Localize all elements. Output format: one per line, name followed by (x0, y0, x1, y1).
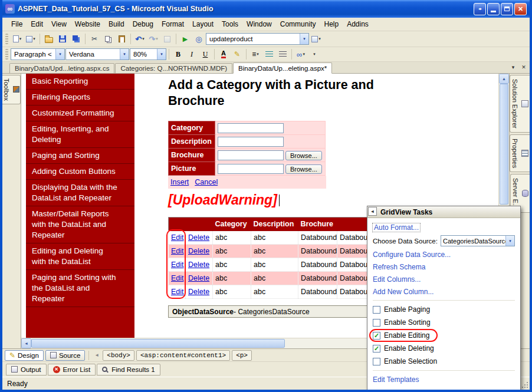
nav-paging-sorting[interactable]: Paging and Sorting (26, 148, 134, 164)
menu-tools[interactable]: Tools (218, 18, 242, 31)
edit-link[interactable]: Edit (171, 247, 184, 255)
paste-button[interactable] (115, 32, 128, 45)
delete-link[interactable]: Delete (188, 261, 209, 269)
vertical-scroll-thumb[interactable] (500, 84, 508, 205)
enable-deleting-checkbox[interactable]: ✓ (373, 345, 380, 353)
nav-datalist-repeater[interactable]: Displaying Data with the DataList and Re… (26, 180, 134, 206)
nav-filtering-reports[interactable]: Filtering Reports (26, 90, 134, 106)
edit-templates-link[interactable]: Edit Templates (373, 375, 419, 384)
menu-format[interactable]: Format (157, 18, 188, 31)
font-name-combo[interactable]: Verdana▾ (65, 48, 129, 60)
nav-customized-formatting[interactable]: Customized Formatting (26, 106, 134, 121)
toolbar-options-button[interactable]: ▾ (308, 48, 321, 61)
new-website-button[interactable]: ▾ (11, 32, 24, 45)
enable-sorting-checkbox[interactable] (373, 319, 380, 327)
menu-community[interactable]: Community (276, 18, 320, 31)
menu-help[interactable]: Help (320, 18, 343, 31)
nav-paging-datalist[interactable]: Paging and Sorting with the DataList and… (26, 270, 134, 307)
auto-format-link[interactable]: Auto Format... (373, 223, 420, 232)
italic-button[interactable]: I (185, 48, 198, 61)
horizontal-scroll-thumb[interactable] (31, 339, 285, 348)
menu-window[interactable]: Window (242, 18, 276, 31)
font-size-combo[interactable]: 80%▾ (130, 48, 166, 60)
edit-link[interactable]: Edit (171, 233, 184, 242)
undo-button[interactable]: ↶▾ (133, 32, 146, 45)
scroll-up-button[interactable]: ▲ (499, 74, 509, 84)
nav-master-detail[interactable]: Master/Detail Reports with the DataList … (26, 206, 134, 243)
align-button[interactable]: ≡▾ (249, 48, 262, 61)
menu-addins[interactable]: Addins (343, 18, 373, 31)
find-results-tab[interactable]: Find Results 1 (97, 364, 160, 375)
tag-body-button[interactable]: <body> (103, 350, 134, 361)
enable-selection-checkbox[interactable] (373, 358, 380, 365)
find-in-files-button[interactable]: ▾ (310, 32, 323, 45)
start-debug-button[interactable]: ▶ (179, 32, 192, 45)
nav-basic-reporting[interactable]: Basic Reporting (26, 74, 134, 90)
toolbar-grip[interactable] (5, 49, 8, 60)
minimize-button[interactable] (487, 3, 500, 15)
find-combo[interactable]: updateproduct▾ (206, 33, 309, 45)
toolbar-grip[interactable] (5, 34, 8, 44)
category-input[interactable] (218, 123, 284, 133)
configure-data-source-link[interactable]: Configure Data Source... (373, 251, 451, 259)
picture-browse-button[interactable]: Browse... (285, 164, 322, 174)
save-all-button[interactable] (70, 32, 83, 45)
enable-editing-checkbox[interactable]: ✓ (373, 332, 380, 340)
data-source-combo[interactable]: CategoriesDataSource ▾ (441, 235, 515, 246)
navigate-button[interactable] (160, 32, 173, 45)
open-file-button[interactable] (42, 32, 55, 45)
tab-binarydata-aspx[interactable]: BinaryData/Up...eleting.aspx* (233, 62, 332, 74)
picture-file-input[interactable] (218, 164, 284, 174)
tab-close-button[interactable]: ✕ (519, 62, 528, 72)
bold-button[interactable]: B (172, 48, 185, 61)
underline-button[interactable]: U (199, 48, 212, 61)
description-input[interactable] (218, 137, 284, 147)
design-view-button[interactable]: ✎Design (5, 350, 44, 361)
solution-explorer-tab[interactable]: Solution Explorer (510, 75, 530, 133)
tag-nav-left-button[interactable]: ◄ (93, 351, 101, 360)
output-tab[interactable]: Output (6, 364, 47, 375)
save-button[interactable] (56, 32, 69, 45)
font-color-button[interactable]: A (217, 48, 230, 61)
edit-link[interactable]: Edit (171, 288, 184, 296)
toolbox-tab[interactable]: Toolbox (2, 75, 21, 104)
add-new-column-link[interactable]: Add New Column... (373, 288, 434, 296)
objectdatasource-control[interactable]: ObjectDataSource - CategoriesDataSource (168, 305, 376, 318)
copy-button[interactable] (101, 32, 114, 45)
smart-tag-collapse-button[interactable]: ◂ (368, 207, 377, 216)
brochure-browse-button[interactable]: Browse... (285, 151, 322, 160)
nav-editing-datalist[interactable]: Editing and Deleting with the DataList (26, 243, 134, 270)
tab-binarydata-cs[interactable]: BinaryData/Upd...leting.aspx.cs (9, 63, 114, 73)
error-list-tab[interactable]: ✕Error List (48, 364, 96, 375)
menu-layout[interactable]: Layout (188, 18, 218, 31)
edit-columns-link[interactable]: Edit Columns... (373, 275, 421, 284)
menu-file[interactable]: File (7, 18, 27, 31)
resize-grip[interactable] (521, 381, 528, 388)
float-window-button[interactable]: ◂▸ (474, 3, 486, 15)
menu-website[interactable]: Website (71, 18, 104, 31)
properties-tab[interactable]: Properties (510, 134, 530, 172)
delete-link[interactable]: Delete (188, 247, 209, 255)
preview-browser-button[interactable]: ◎ (192, 32, 205, 45)
tag-content-button[interactable]: <asp:content#content1> (136, 350, 230, 361)
source-view-button[interactable]: Source (45, 350, 85, 361)
edit-link[interactable]: Edit (171, 274, 184, 282)
refresh-schema-link[interactable]: Refresh Schema (373, 263, 425, 271)
insert-link[interactable]: Insert (170, 178, 189, 186)
tab-categories-mdf[interactable]: Categories: Q...NORTHWND.MDF) (115, 63, 232, 73)
menu-edit[interactable]: Edit (27, 18, 47, 31)
numbered-list-button[interactable] (262, 48, 275, 61)
delete-link[interactable]: Delete (188, 233, 209, 242)
bullet-list-button[interactable] (276, 48, 289, 61)
delete-link[interactable]: Delete (188, 288, 209, 296)
menu-build[interactable]: Build (104, 18, 129, 31)
close-button[interactable]: ✕ (514, 3, 527, 15)
brochure-file-input[interactable] (218, 150, 284, 160)
scroll-left-button[interactable]: ◄ (21, 338, 31, 348)
nav-editing-inserting-deleting[interactable]: Editing, Inserting, and Deleting (26, 121, 134, 148)
maximize-button[interactable] (501, 3, 513, 15)
enable-paging-checkbox[interactable] (373, 306, 380, 314)
hyperlink-button[interactable]: ∞▾ (294, 48, 307, 61)
redo-button[interactable]: ↷▾ (147, 32, 160, 45)
add-new-item-button[interactable]: ▾ (24, 32, 37, 45)
